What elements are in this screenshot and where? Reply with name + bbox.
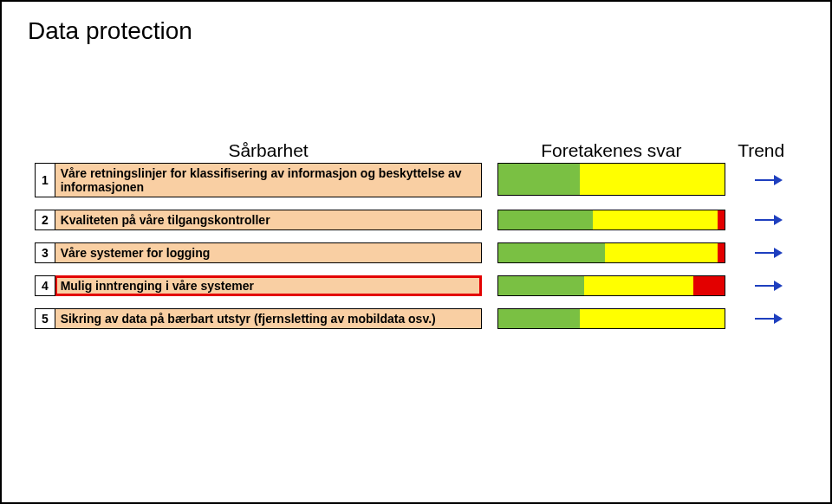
response-bar — [497, 275, 726, 296]
header-responses: Foretakenes svar — [497, 140, 725, 161]
trend-arrow — [738, 242, 797, 263]
header-row: Sårbarhet Foretakenes svar Trend — [35, 140, 797, 161]
arrow-right-icon — [753, 175, 783, 185]
header-trend: Trend — [738, 140, 797, 161]
table-row: 1Våre retningslinjer for klassifisering … — [35, 163, 797, 197]
bar-segment-green — [498, 164, 580, 195]
response-bar — [497, 242, 726, 263]
bar-segment-yellow — [580, 309, 725, 328]
content-area: Sårbarhet Foretakenes svar Trend 1Våre r… — [35, 140, 797, 341]
vulnerability-text: Kvaliteten på våre tilgangskontroller — [55, 210, 482, 230]
row-number: 1 — [35, 163, 55, 197]
arrow-right-icon — [753, 248, 783, 258]
bar-segment-red — [718, 243, 725, 262]
bar-segment-green — [498, 243, 605, 262]
vulnerability-text: Våre retningslinjer for klassifisering a… — [55, 163, 482, 197]
bar-segment-yellow — [605, 243, 718, 262]
bar-segment-green — [498, 309, 580, 328]
vulnerability-text: Sikring av data på bærbart utstyr (fjern… — [55, 308, 482, 329]
table-row: 3Våre systemer for logging — [35, 242, 797, 263]
row-number: 4 — [35, 275, 55, 296]
row-number: 3 — [35, 242, 55, 263]
table-row: 5Sikring av data på bærbart utstyr (fjer… — [35, 308, 797, 329]
table-row: 2Kvaliteten på våre tilgangskontroller — [35, 210, 797, 230]
table-row: 4Mulig inntrenging i våre systemer — [35, 275, 797, 296]
slide-frame: Data protection Sårbarhet Foretakenes sv… — [0, 0, 832, 504]
rows-container: 1Våre retningslinjer for klassifisering … — [35, 163, 797, 329]
page-title: Data protection — [28, 17, 192, 45]
bar-segment-green — [498, 210, 594, 229]
row-number: 2 — [35, 210, 55, 230]
arrow-right-icon — [753, 281, 783, 291]
bar-segment-green — [498, 276, 584, 295]
vulnerability-text: Våre systemer for logging — [55, 242, 482, 263]
row-number: 5 — [35, 308, 55, 329]
trend-arrow — [738, 275, 797, 296]
response-bar — [497, 163, 726, 196]
response-bar — [497, 308, 726, 329]
vulnerability-text: Mulig inntrenging i våre systemer — [55, 275, 482, 296]
bar-segment-yellow — [584, 276, 693, 295]
arrow-right-icon — [753, 313, 783, 324]
bar-segment-red — [693, 276, 725, 295]
bar-segment-red — [718, 210, 725, 229]
response-bar — [497, 210, 726, 230]
bar-segment-yellow — [580, 164, 725, 195]
trend-arrow — [738, 308, 797, 329]
bar-segment-yellow — [593, 210, 718, 229]
header-vulnerability: Sårbarhet — [55, 140, 482, 161]
arrow-right-icon — [753, 215, 783, 225]
trend-arrow — [738, 210, 797, 230]
trend-arrow — [738, 163, 797, 197]
